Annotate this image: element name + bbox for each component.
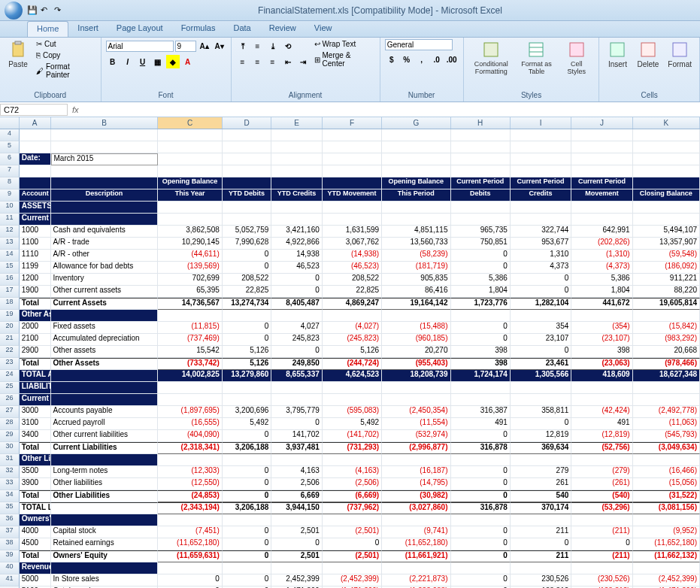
cell[interactable]: A/R - other bbox=[51, 250, 159, 262]
col-K[interactable]: K bbox=[633, 117, 700, 129]
cell[interactable]: Description bbox=[51, 189, 159, 202]
cell[interactable] bbox=[51, 562, 159, 574]
cell[interactable] bbox=[51, 202, 159, 214]
cell[interactable]: (52,756) bbox=[571, 442, 632, 454]
row-4[interactable]: 4 bbox=[0, 129, 700, 141]
cell[interactable] bbox=[20, 177, 51, 189]
cell[interactable] bbox=[223, 514, 272, 526]
cell[interactable]: (11,063) bbox=[633, 418, 700, 430]
cell[interactable]: (3,049,634) bbox=[633, 442, 700, 454]
cell[interactable] bbox=[571, 562, 632, 574]
worksheet[interactable]: A B C D E F G H I J K 456Date:March 2015… bbox=[0, 117, 700, 588]
col-H[interactable]: H bbox=[451, 117, 511, 129]
cell[interactable]: 5,386 bbox=[451, 274, 511, 286]
cell[interactable] bbox=[323, 382, 382, 394]
cell[interactable]: 0 bbox=[223, 550, 272, 562]
cell[interactable] bbox=[223, 214, 272, 226]
cell[interactable]: Debits bbox=[451, 189, 511, 202]
cell[interactable] bbox=[511, 202, 571, 214]
cell[interactable]: 316,387 bbox=[451, 406, 511, 418]
cell[interactable]: 0 bbox=[223, 478, 272, 490]
format-painter-button[interactable]: 🖌Format Painter bbox=[35, 62, 96, 80]
cell[interactable]: (230,526) bbox=[571, 574, 632, 586]
cell[interactable] bbox=[271, 382, 323, 394]
cell[interactable]: Retained earnings bbox=[51, 538, 159, 550]
cell[interactable]: (737,469) bbox=[158, 334, 222, 346]
cell[interactable] bbox=[271, 454, 323, 466]
delete-cells-button[interactable]: Delete bbox=[634, 39, 662, 70]
cell[interactable]: 13,357,907 bbox=[633, 238, 700, 250]
row-header[interactable]: 17 bbox=[0, 286, 20, 298]
cell[interactable]: 18,627,348 bbox=[633, 370, 700, 382]
cell[interactable]: Revenue bbox=[20, 562, 51, 574]
row-header[interactable]: 31 bbox=[0, 454, 20, 466]
cell[interactable]: (1,310) bbox=[571, 250, 632, 262]
tab-view[interactable]: View bbox=[305, 21, 341, 37]
cell[interactable]: 4500 bbox=[20, 538, 51, 550]
cell[interactable] bbox=[571, 454, 632, 466]
cell[interactable]: (53,296) bbox=[571, 502, 632, 514]
row-5[interactable]: 5 bbox=[0, 141, 700, 153]
cell[interactable] bbox=[511, 394, 571, 406]
cell[interactable]: 358,811 bbox=[511, 406, 571, 418]
cell[interactable]: 5,386 bbox=[571, 274, 632, 286]
cell[interactable] bbox=[158, 514, 222, 526]
align-top-icon[interactable]: ⤒ bbox=[236, 39, 250, 53]
cell[interactable]: (24,853) bbox=[158, 490, 222, 502]
cell[interactable] bbox=[571, 382, 632, 394]
cell[interactable] bbox=[223, 310, 272, 322]
cell[interactable]: Account bbox=[20, 189, 51, 202]
redo-icon[interactable]: ↷ bbox=[54, 5, 65, 16]
row-header[interactable]: 16 bbox=[0, 274, 20, 286]
cell[interactable] bbox=[633, 514, 700, 526]
row-40[interactable]: 40Revenue bbox=[0, 562, 700, 574]
undo-icon[interactable]: ↶ bbox=[41, 5, 51, 16]
cell[interactable]: 14,736,567 bbox=[158, 298, 222, 310]
cell[interactable]: (9,952) bbox=[633, 526, 700, 538]
row-31[interactable]: 31Other Liabilities bbox=[0, 454, 700, 466]
cell[interactable] bbox=[382, 394, 450, 406]
cell[interactable] bbox=[271, 153, 323, 165]
font-size-select[interactable] bbox=[175, 41, 196, 52]
cell[interactable] bbox=[323, 454, 382, 466]
cell[interactable]: 491 bbox=[451, 418, 511, 430]
row-header[interactable]: 37 bbox=[0, 526, 20, 538]
row-header[interactable]: 22 bbox=[0, 346, 20, 358]
cell[interactable] bbox=[382, 310, 450, 322]
cell[interactable]: 22,825 bbox=[323, 286, 382, 298]
cell[interactable] bbox=[20, 141, 51, 153]
cell[interactable]: (11,554) bbox=[382, 418, 450, 430]
cell[interactable]: 5000 bbox=[20, 574, 51, 586]
font-name-select[interactable] bbox=[106, 41, 174, 52]
tab-data[interactable]: Data bbox=[224, 21, 259, 37]
row-27[interactable]: 273000Accounts payable(1,897,695)3,200,6… bbox=[0, 406, 700, 418]
row-header[interactable]: 8 bbox=[0, 177, 20, 189]
cell[interactable]: Current Period bbox=[451, 177, 511, 189]
cell[interactable]: 23,461 bbox=[511, 358, 571, 370]
cell[interactable]: (261) bbox=[571, 478, 632, 490]
cell[interactable] bbox=[382, 202, 450, 214]
row-header[interactable]: 11 bbox=[0, 214, 20, 226]
cell[interactable]: Movement bbox=[571, 189, 632, 202]
cell[interactable] bbox=[511, 153, 571, 165]
cell[interactable] bbox=[571, 310, 632, 322]
cell[interactable]: 0 bbox=[451, 490, 511, 502]
cell[interactable]: (11,659,631) bbox=[158, 550, 222, 562]
row-11[interactable]: 11Current Assets bbox=[0, 214, 700, 226]
row-12[interactable]: 121000Cash and equivalents3,862,5085,052… bbox=[0, 226, 700, 238]
row-16[interactable]: 161200Inventory702,699208,5220208,522905… bbox=[0, 274, 700, 286]
cell[interactable] bbox=[451, 310, 511, 322]
row-32[interactable]: 323500Long-term notes(12,303)04,163(4,16… bbox=[0, 466, 700, 478]
bold-button[interactable]: B bbox=[106, 55, 120, 68]
row-header[interactable]: 33 bbox=[0, 478, 20, 490]
col-C[interactable]: C bbox=[158, 117, 222, 129]
row-header[interactable]: 19 bbox=[0, 310, 20, 322]
cell[interactable]: 0 bbox=[451, 262, 511, 274]
cell[interactable]: 3,206,188 bbox=[223, 502, 272, 514]
cell[interactable]: Opening Balance bbox=[158, 177, 222, 189]
cell[interactable] bbox=[323, 141, 382, 153]
cell[interactable]: 0 bbox=[223, 334, 272, 346]
cell[interactable] bbox=[223, 454, 272, 466]
cell[interactable] bbox=[571, 514, 632, 526]
cell[interactable]: 3,206,188 bbox=[223, 442, 272, 454]
